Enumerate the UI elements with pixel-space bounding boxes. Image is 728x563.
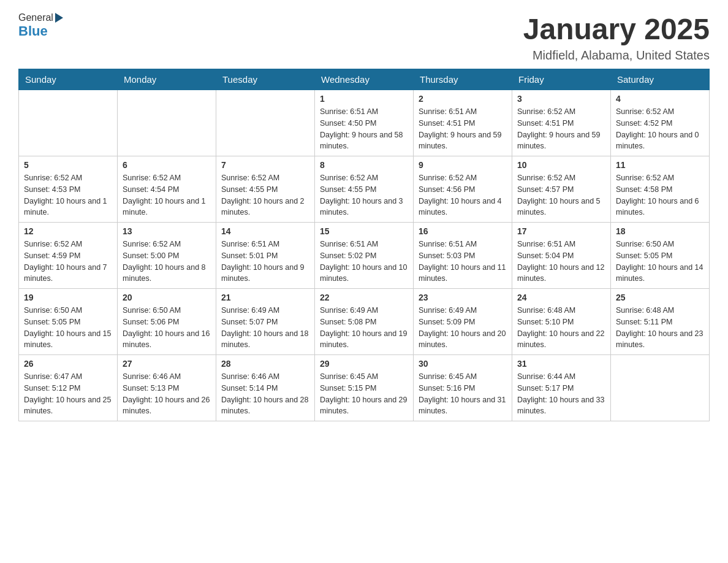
logo-blue-text: Blue [18, 23, 48, 39]
calendar-cell: 9Sunrise: 6:52 AM Sunset: 4:56 PM Daylig… [414, 156, 512, 223]
day-sun-info: Sunrise: 6:50 AM Sunset: 5:05 PM Dayligh… [24, 305, 112, 351]
calendar-cell: 12Sunrise: 6:52 AM Sunset: 4:59 PM Dayli… [19, 223, 118, 289]
calendar-cell: 28Sunrise: 6:46 AM Sunset: 5:14 PM Dayli… [216, 355, 315, 421]
logo: General Blue [18, 12, 63, 39]
calendar-week-3: 12Sunrise: 6:52 AM Sunset: 4:59 PM Dayli… [19, 223, 710, 289]
title-section: January 2025 Midfield, Alabama, United S… [523, 12, 710, 63]
day-number: 28 [221, 359, 309, 369]
day-sun-info: Sunrise: 6:46 AM Sunset: 5:14 PM Dayligh… [221, 371, 309, 417]
day-number: 29 [320, 359, 408, 369]
day-number: 26 [24, 359, 112, 369]
calendar-cell: 22Sunrise: 6:49 AM Sunset: 5:08 PM Dayli… [315, 289, 414, 355]
day-of-week-monday: Monday [118, 69, 216, 90]
day-sun-info: Sunrise: 6:49 AM Sunset: 5:08 PM Dayligh… [320, 305, 408, 351]
day-sun-info: Sunrise: 6:52 AM Sunset: 4:54 PM Dayligh… [123, 172, 211, 218]
day-sun-info: Sunrise: 6:52 AM Sunset: 4:56 PM Dayligh… [419, 172, 507, 218]
calendar-cell: 29Sunrise: 6:45 AM Sunset: 5:15 PM Dayli… [315, 355, 414, 421]
day-sun-info: Sunrise: 6:51 AM Sunset: 4:51 PM Dayligh… [419, 106, 507, 152]
day-number: 3 [517, 94, 605, 104]
calendar-cell: 5Sunrise: 6:52 AM Sunset: 4:53 PM Daylig… [19, 156, 118, 223]
calendar-cell: 30Sunrise: 6:45 AM Sunset: 5:16 PM Dayli… [414, 355, 512, 421]
day-number: 19 [24, 293, 112, 302]
day-number: 10 [517, 160, 605, 170]
day-sun-info: Sunrise: 6:47 AM Sunset: 5:12 PM Dayligh… [24, 371, 112, 417]
day-sun-info: Sunrise: 6:49 AM Sunset: 5:09 PM Dayligh… [419, 305, 507, 351]
day-sun-info: Sunrise: 6:49 AM Sunset: 5:07 PM Dayligh… [221, 305, 309, 351]
day-number: 4 [616, 94, 704, 104]
calendar-cell: 19Sunrise: 6:50 AM Sunset: 5:05 PM Dayli… [19, 289, 118, 355]
day-of-week-sunday: Sunday [19, 69, 118, 90]
page-header: General Blue January 2025 Midfield, Alab… [18, 12, 710, 63]
day-sun-info: Sunrise: 6:51 AM Sunset: 5:03 PM Dayligh… [419, 239, 507, 285]
day-number: 20 [123, 293, 211, 302]
day-sun-info: Sunrise: 6:45 AM Sunset: 5:16 PM Dayligh… [419, 371, 507, 417]
calendar-body: 1Sunrise: 6:51 AM Sunset: 4:50 PM Daylig… [19, 90, 710, 421]
day-sun-info: Sunrise: 6:52 AM Sunset: 4:59 PM Dayligh… [24, 239, 112, 285]
calendar-cell: 1Sunrise: 6:51 AM Sunset: 4:50 PM Daylig… [315, 90, 414, 156]
calendar-cell: 27Sunrise: 6:46 AM Sunset: 5:13 PM Dayli… [118, 355, 216, 421]
day-number: 9 [419, 160, 507, 170]
day-sun-info: Sunrise: 6:44 AM Sunset: 5:17 PM Dayligh… [517, 371, 605, 417]
day-number: 25 [616, 293, 704, 302]
calendar-cell [216, 90, 315, 156]
logo-general-text: General [18, 12, 53, 23]
day-sun-info: Sunrise: 6:52 AM Sunset: 4:51 PM Dayligh… [517, 106, 605, 152]
calendar-cell: 2Sunrise: 6:51 AM Sunset: 4:51 PM Daylig… [414, 90, 512, 156]
calendar-week-4: 19Sunrise: 6:50 AM Sunset: 5:05 PM Dayli… [19, 289, 710, 355]
day-sun-info: Sunrise: 6:52 AM Sunset: 4:52 PM Dayligh… [616, 106, 704, 152]
day-of-week-thursday: Thursday [414, 69, 512, 90]
day-sun-info: Sunrise: 6:48 AM Sunset: 5:10 PM Dayligh… [517, 305, 605, 351]
day-sun-info: Sunrise: 6:46 AM Sunset: 5:13 PM Dayligh… [123, 371, 211, 417]
day-number: 11 [616, 160, 704, 170]
calendar-cell: 6Sunrise: 6:52 AM Sunset: 4:54 PM Daylig… [118, 156, 216, 223]
day-number: 31 [517, 359, 605, 369]
day-number: 22 [320, 293, 408, 302]
day-number: 12 [24, 226, 112, 236]
day-of-week-wednesday: Wednesday [315, 69, 414, 90]
calendar-cell: 26Sunrise: 6:47 AM Sunset: 5:12 PM Dayli… [19, 355, 118, 421]
calendar-cell: 11Sunrise: 6:52 AM Sunset: 4:58 PM Dayli… [611, 156, 710, 223]
calendar-cell [118, 90, 216, 156]
day-sun-info: Sunrise: 6:45 AM Sunset: 5:15 PM Dayligh… [320, 371, 408, 417]
calendar-header: SundayMondayTuesdayWednesdayThursdayFrid… [19, 69, 710, 90]
calendar-cell: 3Sunrise: 6:52 AM Sunset: 4:51 PM Daylig… [512, 90, 611, 156]
day-of-week-friday: Friday [512, 69, 611, 90]
calendar-cell: 31Sunrise: 6:44 AM Sunset: 5:17 PM Dayli… [512, 355, 611, 421]
day-number: 7 [221, 160, 309, 170]
calendar-cell: 21Sunrise: 6:49 AM Sunset: 5:07 PM Dayli… [216, 289, 315, 355]
calendar-cell: 18Sunrise: 6:50 AM Sunset: 5:05 PM Dayli… [611, 223, 710, 289]
day-sun-info: Sunrise: 6:52 AM Sunset: 4:57 PM Dayligh… [517, 172, 605, 218]
day-sun-info: Sunrise: 6:52 AM Sunset: 4:55 PM Dayligh… [221, 172, 309, 218]
day-number: 8 [320, 160, 408, 170]
day-of-week-tuesday: Tuesday [216, 69, 315, 90]
calendar-week-5: 26Sunrise: 6:47 AM Sunset: 5:12 PM Dayli… [19, 355, 710, 421]
day-number: 24 [517, 293, 605, 302]
day-sun-info: Sunrise: 6:51 AM Sunset: 5:02 PM Dayligh… [320, 239, 408, 285]
day-number: 15 [320, 226, 408, 236]
location-subtitle: Midfield, Alabama, United States [523, 48, 710, 63]
day-sun-info: Sunrise: 6:52 AM Sunset: 4:53 PM Dayligh… [24, 172, 112, 218]
day-sun-info: Sunrise: 6:52 AM Sunset: 5:00 PM Dayligh… [123, 239, 211, 285]
calendar-cell [611, 355, 710, 421]
calendar-week-1: 1Sunrise: 6:51 AM Sunset: 4:50 PM Daylig… [19, 90, 710, 156]
logo-line1: General [18, 12, 63, 23]
day-number: 23 [419, 293, 507, 302]
calendar-cell: 4Sunrise: 6:52 AM Sunset: 4:52 PM Daylig… [611, 90, 710, 156]
calendar-cell [19, 90, 118, 156]
calendar-cell: 17Sunrise: 6:51 AM Sunset: 5:04 PM Dayli… [512, 223, 611, 289]
calendar-cell: 14Sunrise: 6:51 AM Sunset: 5:01 PM Dayli… [216, 223, 315, 289]
calendar-week-2: 5Sunrise: 6:52 AM Sunset: 4:53 PM Daylig… [19, 156, 710, 223]
day-of-week-saturday: Saturday [611, 69, 710, 90]
day-number: 18 [616, 226, 704, 236]
calendar-cell: 20Sunrise: 6:50 AM Sunset: 5:06 PM Dayli… [118, 289, 216, 355]
calendar-cell: 8Sunrise: 6:52 AM Sunset: 4:55 PM Daylig… [315, 156, 414, 223]
day-number: 14 [221, 226, 309, 236]
day-number: 30 [419, 359, 507, 369]
day-sun-info: Sunrise: 6:48 AM Sunset: 5:11 PM Dayligh… [616, 305, 704, 351]
day-sun-info: Sunrise: 6:51 AM Sunset: 5:01 PM Dayligh… [221, 239, 309, 285]
day-number: 2 [419, 94, 507, 104]
calendar-cell: 16Sunrise: 6:51 AM Sunset: 5:03 PM Dayli… [414, 223, 512, 289]
day-number: 6 [123, 160, 211, 170]
day-number: 27 [123, 359, 211, 369]
logo-chevron-icon [55, 13, 63, 23]
